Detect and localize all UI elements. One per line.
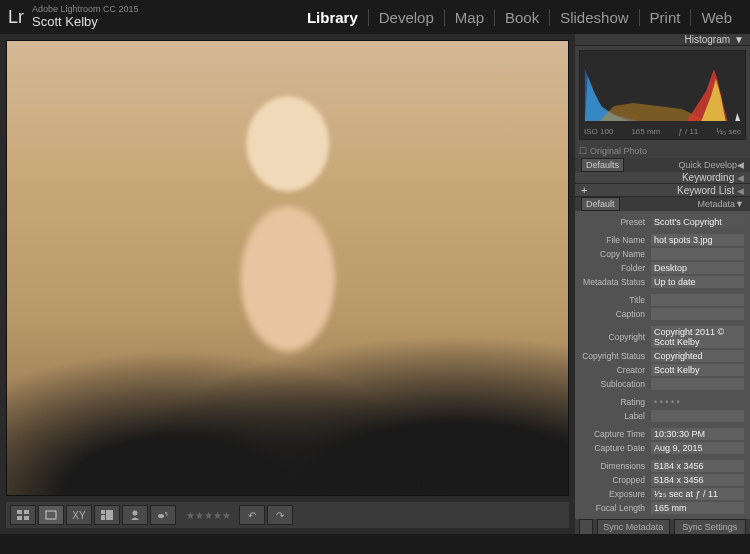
prev-photo-button[interactable] [579, 519, 593, 534]
grid-view-button[interactable] [10, 505, 36, 525]
histogram-title: Histogram [685, 34, 731, 45]
histogram-header[interactable]: Histogram ▼ [575, 34, 750, 46]
spray-icon [157, 510, 169, 520]
metadata-value[interactable]: 165 mm [651, 502, 744, 514]
metadata-row: Sublocation [575, 377, 750, 391]
rotate-right-button[interactable]: ↷ [267, 505, 293, 525]
metadata-value[interactable]: 5184 x 3456 [651, 460, 744, 472]
metadata-label: Copyright [581, 332, 651, 342]
metadata-value[interactable]: Aug 9, 2015 [651, 442, 744, 454]
module-print[interactable]: Print [640, 9, 692, 26]
metadata-label: Title [581, 295, 651, 305]
keyword-list-header[interactable]: + Keyword List ◀ [575, 184, 750, 197]
metadata-label: Folder [581, 263, 651, 273]
module-library[interactable]: Library [297, 9, 369, 26]
sync-bar: Sync Metadata Sync Settings [575, 519, 750, 534]
metadata-value[interactable]: Desktop [651, 262, 744, 274]
svg-point-8 [133, 511, 138, 516]
rotate-right-icon: ↷ [276, 510, 284, 521]
preset-row: Preset Scott's Copyright [575, 215, 750, 229]
quick-develop-row: Defaults Quick Develop ◀ [575, 158, 750, 172]
metadata-row: Focal Length165 mm [575, 501, 750, 515]
metadata-row: Exposure¹⁄₂₅ sec at ƒ / 11 [575, 487, 750, 501]
plus-icon[interactable]: + [581, 184, 587, 196]
people-view-button[interactable] [122, 505, 148, 525]
photo-preview[interactable] [6, 40, 569, 496]
triangle-left-icon: ◀ [737, 173, 744, 183]
main-area: XY ★★★★★ ↶ ↷ Histogram ▼ ISO 100 [0, 34, 750, 534]
metadata-mode-dropdown[interactable]: Default [581, 197, 620, 211]
module-slideshow[interactable]: Slideshow [550, 9, 639, 26]
bottom-spacer [0, 534, 750, 554]
svg-rect-7 [101, 515, 105, 520]
sync-settings-button[interactable]: Sync Settings [674, 519, 747, 534]
metadata-value[interactable] [651, 308, 744, 320]
metadata-value[interactable]: ¹⁄₂₅ sec at ƒ / 11 [651, 488, 744, 500]
compare-view-button[interactable]: XY [66, 505, 92, 525]
svg-rect-1 [24, 510, 29, 514]
spray-button[interactable] [150, 505, 176, 525]
preset-dropdown[interactable]: Scott's Copyright [651, 216, 744, 228]
quick-develop-title[interactable]: Quick Develop [678, 160, 737, 170]
histogram-display[interactable]: ISO 100 165 mm ƒ / 11 ¹⁄₂₅ sec [579, 50, 746, 140]
triangle-left-icon: ◀ [737, 160, 744, 170]
metadata-label: Cropped [581, 475, 651, 485]
module-map[interactable]: Map [445, 9, 495, 26]
metadata-value[interactable] [651, 378, 744, 390]
triangle-down-icon: ▼ [734, 34, 744, 45]
metadata-value[interactable]: Copyright 2011 © Scott Kelby [651, 326, 744, 348]
metadata-row: Capture DateAug 9, 2015 [575, 441, 750, 455]
sync-metadata-button[interactable]: Sync Metadata [597, 519, 670, 534]
metadata-value[interactable]: 10:30:30 PM [651, 428, 744, 440]
metadata-title[interactable]: Metadata [698, 199, 736, 209]
module-web[interactable]: Web [691, 9, 742, 26]
survey-view-button[interactable] [94, 505, 120, 525]
metadata-label: Dimensions [581, 461, 651, 471]
compare-icon: XY [72, 510, 85, 521]
rating-row: Rating • • • • • [575, 395, 750, 409]
rating-dots[interactable]: • • • • • [651, 396, 744, 408]
loupe-view-button[interactable] [38, 505, 64, 525]
module-book[interactable]: Book [495, 9, 550, 26]
rating-label: Rating [581, 397, 651, 407]
keywording-title: Keywording [682, 172, 734, 183]
metadata-value[interactable]: hot spots 3.jpg [651, 234, 744, 246]
metadata-label: Sublocation [581, 379, 651, 389]
metadata-value[interactable]: Up to date [651, 276, 744, 288]
label-row: Label [575, 409, 750, 423]
svg-rect-2 [17, 516, 22, 520]
metadata-row: Caption [575, 307, 750, 321]
keywording-header[interactable]: Keywording ◀ [575, 172, 750, 184]
triangle-left-icon: ◀ [737, 186, 744, 196]
keyword-list-title: Keyword List [677, 185, 734, 196]
metadata-body: Preset Scott's Copyright File Namehot sp… [575, 211, 750, 519]
metadata-row: Copy Name [575, 247, 750, 261]
rotate-left-button[interactable]: ↶ [239, 505, 265, 525]
canvas-area: XY ★★★★★ ↶ ↷ [0, 34, 575, 534]
triangle-down-icon: ▼ [735, 199, 744, 209]
defaults-dropdown[interactable]: Defaults [581, 158, 624, 172]
metadata-label: Capture Time [581, 429, 651, 439]
checkbox-icon: ☐ [579, 146, 587, 156]
metadata-header-row: Default Metadata ▼ [575, 197, 750, 211]
user-name: Scott Kelby [32, 15, 139, 29]
top-header: Lr Adobe Lightroom CC 2015 Scott Kelby L… [0, 0, 750, 34]
metadata-value[interactable]: Scott Kelby [651, 364, 744, 376]
metadata-label: Caption [581, 309, 651, 319]
survey-icon [101, 510, 113, 520]
svg-rect-0 [17, 510, 22, 514]
rating-stars[interactable]: ★★★★★ [186, 510, 231, 521]
metadata-row: Metadata StatusUp to date [575, 275, 750, 289]
histo-iso: ISO 100 [584, 127, 613, 136]
header-titles: Adobe Lightroom CC 2015 Scott Kelby [32, 5, 139, 29]
metadata-value[interactable] [651, 248, 744, 260]
metadata-value[interactable]: Copyrighted [651, 350, 744, 362]
histo-aperture: ƒ / 11 [678, 127, 698, 136]
metadata-value[interactable] [651, 294, 744, 306]
original-photo-check[interactable]: ☐ Original Photo [575, 144, 750, 158]
metadata-label: Metadata Status [581, 277, 651, 287]
metadata-value[interactable]: 5184 x 3456 [651, 474, 744, 486]
right-panel: Histogram ▼ ISO 100 165 mm ƒ / 11 ¹⁄₂₅ s… [575, 34, 750, 534]
label-field[interactable] [651, 410, 744, 422]
module-develop[interactable]: Develop [369, 9, 445, 26]
